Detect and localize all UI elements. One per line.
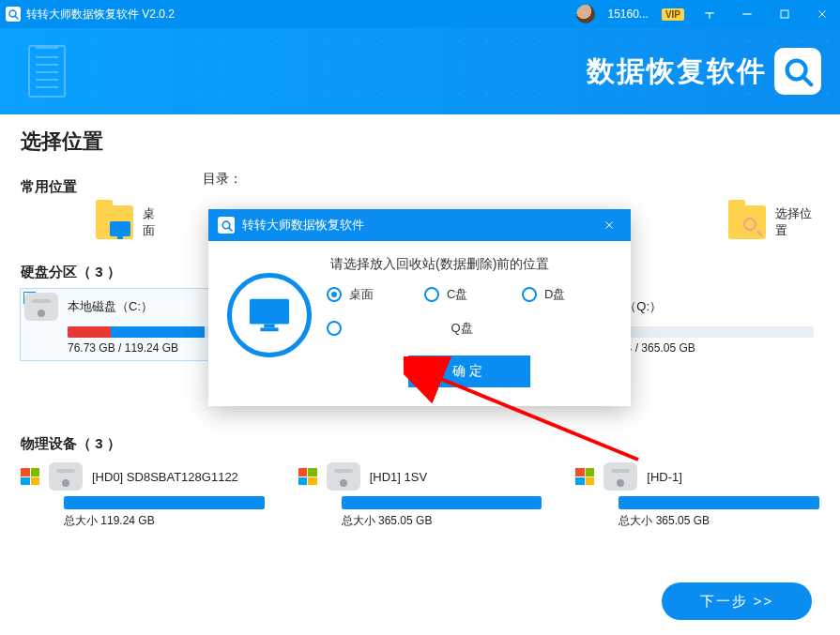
maximize-icon[interactable] xyxy=(772,2,797,26)
device-bar xyxy=(342,496,542,509)
device-hd-1[interactable]: [HD-1] 总大小 365.05 GB xyxy=(575,462,819,529)
device-bar xyxy=(619,496,819,509)
svg-line-9 xyxy=(228,227,231,230)
option-q[interactable] xyxy=(327,321,342,336)
hero-decor-icon xyxy=(28,45,66,98)
vip-badge: VIP xyxy=(662,8,684,21)
hdd-icon xyxy=(327,462,360,491)
hdd-icon xyxy=(603,462,637,491)
device-size: 总大小 365.05 GB xyxy=(619,513,819,529)
device-size: 总大小 365.05 GB xyxy=(342,513,542,529)
dialog-logo-icon xyxy=(218,217,235,234)
option-c[interactable]: C盘 xyxy=(424,286,514,303)
pin-icon[interactable] xyxy=(697,2,722,26)
device-name: [HD-1] xyxy=(647,470,682,484)
common-loc-title: 常用位置 xyxy=(21,178,77,196)
next-button[interactable]: 下一步 >> xyxy=(662,582,812,620)
partition-bar xyxy=(600,326,814,338)
device-hd0[interactable]: [HD0] SD8SBAT128G1122 总大小 119.24 GB xyxy=(21,462,265,529)
option-desktop[interactable]: 桌面 xyxy=(327,286,417,303)
minimize-icon[interactable] xyxy=(735,2,759,26)
device-name: [HD0] SD8SBAT128G1122 xyxy=(92,470,238,484)
choose-location-folder-icon xyxy=(728,205,766,239)
dir-label: 目录： xyxy=(203,171,242,188)
radio-icon xyxy=(424,287,439,302)
windows-icon xyxy=(21,468,39,485)
device-name: [HD1] 1SV xyxy=(370,470,427,484)
svg-rect-3 xyxy=(781,10,788,18)
desktop-item[interactable]: 桌面 xyxy=(96,205,165,239)
choose-location-label: 选择位置 xyxy=(775,205,819,239)
hdd-icon xyxy=(49,462,83,491)
option-label: C盘 xyxy=(447,286,467,303)
option-label: Q盘 xyxy=(312,320,612,337)
option-label: D盘 xyxy=(544,286,565,303)
avatar[interactable] xyxy=(576,5,595,23)
close-icon[interactable] xyxy=(810,2,834,26)
devices-title: 物理设备（ 3 ） xyxy=(21,435,819,453)
dialog-title: 转转大师数据恢复软件 xyxy=(242,217,364,234)
monitor-icon xyxy=(227,273,312,357)
app-logo-icon xyxy=(6,7,21,22)
device-size: 总大小 119.24 GB xyxy=(64,513,265,529)
partition-size: 46 GB / 365.05 GB xyxy=(600,341,816,355)
dialog-header[interactable]: 转转大师数据恢复软件 xyxy=(208,209,631,241)
radio-icon xyxy=(327,287,342,302)
desktop-folder-icon xyxy=(96,205,133,239)
titlebar: 转转大师数据恢复软件 V2.0.2 15160... VIP xyxy=(0,0,840,28)
svg-rect-12 xyxy=(250,299,289,325)
device-hd1[interactable]: [HD1] 1SV 总大小 365.05 GB xyxy=(298,462,542,529)
dialog-prompt: 请选择放入回收站(数据删除)前的位置 xyxy=(327,256,612,273)
choose-location-item[interactable]: 选择位置 xyxy=(728,205,819,239)
option-d[interactable]: D盘 xyxy=(522,286,612,303)
radio-icon xyxy=(327,321,342,336)
user-id[interactable]: 15160... xyxy=(608,8,649,21)
location-dialog: 转转大师数据恢复软件 请选择放入回收站(数据删除)前的位置 桌面 C盘 xyxy=(208,209,631,406)
radio-icon xyxy=(522,287,537,302)
page-title: 选择位置 xyxy=(21,128,819,156)
desktop-label: 桌面 xyxy=(143,205,165,239)
ok-button[interactable]: 确定 xyxy=(408,355,530,387)
partition-name: 本地磁盘（C:） xyxy=(68,298,153,315)
svg-line-1 xyxy=(15,16,18,19)
dialog-close-icon[interactable] xyxy=(597,213,621,237)
app-title: 转转大师数据恢复软件 V2.0.2 xyxy=(26,7,175,23)
svg-rect-14 xyxy=(260,327,278,331)
svg-rect-13 xyxy=(264,325,275,328)
windows-icon xyxy=(298,468,317,485)
hero-banner: 数据恢复软件 xyxy=(0,28,840,114)
hdd-icon xyxy=(24,293,58,321)
option-label: 桌面 xyxy=(349,286,374,303)
device-bar xyxy=(64,496,265,509)
windows-icon xyxy=(575,468,594,485)
